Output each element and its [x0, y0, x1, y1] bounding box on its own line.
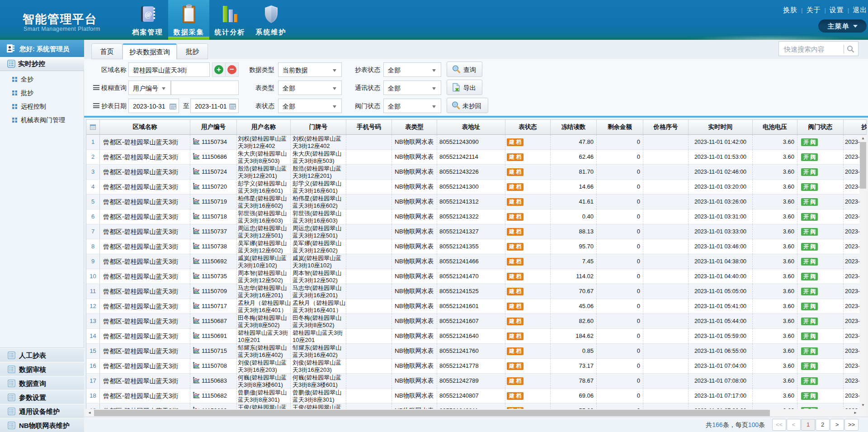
svg-text:@: @ [145, 10, 152, 19]
